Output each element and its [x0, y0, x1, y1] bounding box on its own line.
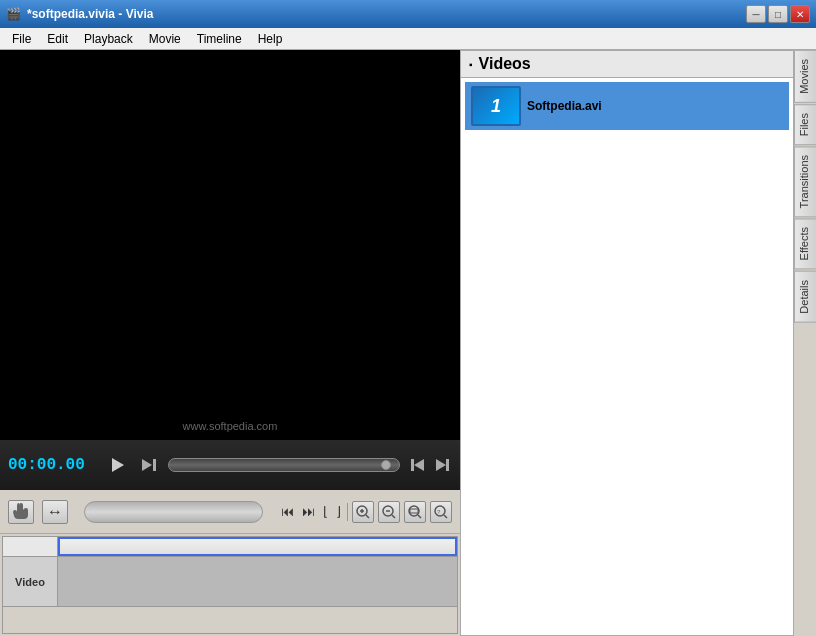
media-panel-header: ▪ Videos	[461, 51, 793, 78]
thumbnail-icon: 1	[491, 96, 501, 117]
media-panel: ▪ Videos 1 Softpedia.avi	[460, 50, 794, 636]
timeline-mark-in-button[interactable]: ⌊	[321, 502, 330, 521]
seek-thumb	[381, 460, 391, 470]
table-row: Video	[3, 557, 457, 607]
step-forward-button[interactable]	[138, 455, 160, 475]
timeline-scrub-bar[interactable]	[84, 501, 263, 523]
zoom-fit-button[interactable]	[404, 501, 426, 523]
menu-file[interactable]: File	[4, 30, 39, 48]
window-controls: ─ □ ✕	[746, 5, 810, 23]
sidebar-item-movies[interactable]: Movies	[794, 50, 816, 103]
track-label-header	[3, 537, 58, 556]
list-item[interactable]: 1 Softpedia.avi	[465, 82, 789, 130]
video-preview: www.softpedia.com	[0, 50, 460, 440]
title-bar: 🎬 *softpedia.vivia - Vivia ─ □ ✕	[0, 0, 816, 28]
sidebar-item-files[interactable]: Files	[794, 104, 816, 145]
sidebar-item-details[interactable]: Details	[794, 271, 816, 323]
menu-playback[interactable]: Playback	[76, 30, 141, 48]
time-display: 00:00.00	[8, 456, 98, 474]
svg-marker-4	[414, 459, 424, 471]
left-panel: www.softpedia.com 00:00.00	[0, 50, 460, 636]
svg-marker-5	[436, 459, 446, 471]
media-panel-title: Videos	[479, 55, 531, 73]
close-button[interactable]: ✕	[790, 5, 810, 23]
playback-bar: 00:00.00	[0, 440, 460, 490]
svg-line-18	[444, 515, 447, 518]
seek-bar[interactable]	[168, 458, 400, 472]
sidebar-item-transitions[interactable]: Transitions	[794, 146, 816, 217]
play-button[interactable]	[106, 453, 130, 477]
window-title: *softpedia.vivia - Vivia	[27, 7, 154, 21]
svg-rect-2	[153, 459, 156, 471]
main-content: www.softpedia.com 00:00.00	[0, 50, 816, 636]
menu-bar: File Edit Playback Movie Timeline Help	[0, 28, 816, 50]
menu-edit[interactable]: Edit	[39, 30, 76, 48]
media-thumbnail: 1	[471, 86, 521, 126]
menu-help[interactable]: Help	[250, 30, 291, 48]
app-icon: 🎬	[6, 7, 21, 21]
side-tabs: Movies Files Transitions Effects Details	[794, 50, 816, 636]
collapse-icon[interactable]: ▪	[469, 59, 473, 70]
svg-line-15	[418, 515, 421, 518]
right-area: ▪ Videos 1 Softpedia.avi Movies Files Tr…	[460, 50, 816, 636]
svg-line-10	[366, 515, 369, 518]
minimize-button[interactable]: ─	[746, 5, 766, 23]
menu-movie[interactable]: Movie	[141, 30, 189, 48]
timeline-tracks: Video	[2, 536, 458, 634]
media-filename: Softpedia.avi	[527, 99, 602, 113]
sidebar-item-effects[interactable]: Effects	[794, 218, 816, 269]
window-title-area: 🎬 *softpedia.vivia - Vivia	[6, 7, 154, 21]
arrow-tool-button[interactable]: ↔	[42, 500, 68, 524]
timeline-nav-buttons: ⏮ ⏭ ⌊ ⌋	[279, 501, 452, 523]
timeline-header	[3, 537, 457, 557]
svg-marker-1	[142, 459, 152, 471]
zoom-separator	[347, 503, 348, 521]
end-buttons	[408, 455, 452, 475]
hand-tool-button[interactable]	[8, 500, 34, 524]
zoom-custom-button[interactable]: ?	[430, 501, 452, 523]
timeline-toolbar: ↔ ⏮ ⏭ ⌊ ⌋	[0, 490, 460, 534]
video-track-label: Video	[3, 557, 58, 606]
svg-marker-0	[112, 458, 124, 472]
go-to-end-button[interactable]	[432, 455, 452, 475]
track-ruler	[58, 537, 457, 556]
menu-timeline[interactable]: Timeline	[189, 30, 250, 48]
svg-text:?: ?	[437, 509, 441, 515]
zoom-in-button[interactable]	[352, 501, 374, 523]
svg-rect-6	[446, 459, 449, 471]
svg-rect-16	[410, 509, 418, 513]
video-track-content[interactable]	[58, 557, 457, 606]
zoom-out-button[interactable]	[378, 501, 400, 523]
svg-rect-3	[411, 459, 414, 471]
timeline-ffwd-button[interactable]: ⏭	[300, 502, 317, 521]
svg-line-13	[392, 515, 395, 518]
go-to-start-button[interactable]	[408, 455, 428, 475]
timeline-rewind-button[interactable]: ⏮	[279, 502, 296, 521]
timeline-mark-out-button[interactable]: ⌋	[334, 502, 343, 521]
maximize-button[interactable]: □	[768, 5, 788, 23]
watermark: www.softpedia.com	[183, 420, 278, 432]
